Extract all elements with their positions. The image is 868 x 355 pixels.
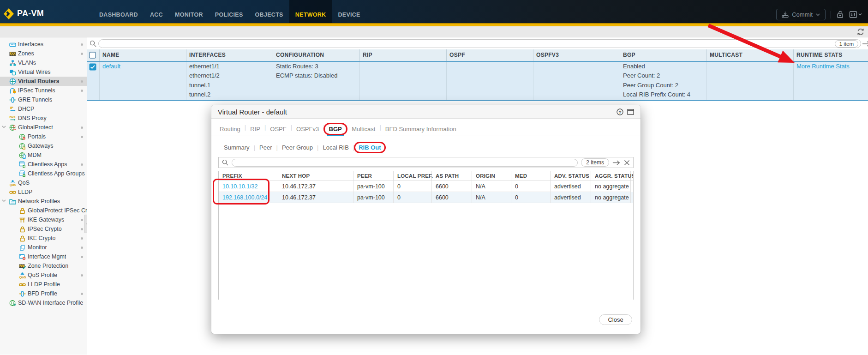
sidebar-item-sd-wan-interface-profile[interactable]: SD-WAN Interface Profile: [0, 298, 87, 307]
gateways-icon: [19, 143, 26, 150]
sidebar-item-gateways[interactable]: Gateways: [0, 141, 87, 150]
dialog-tab-ospf[interactable]: OSPF: [268, 119, 288, 136]
rib-column-header-peer[interactable]: PEER: [353, 171, 394, 181]
sidebar-item-network-profiles[interactable]: Network Profiles: [0, 197, 87, 206]
rib-column-header-adv-status[interactable]: ADV. STATUS: [551, 171, 591, 181]
export-icon: [849, 11, 857, 18]
bgp-subtab-rib-out[interactable]: RIB Out: [357, 144, 383, 151]
nav-tab-network[interactable]: NETWORK: [289, 0, 332, 23]
column-header-multicast[interactable]: MULTICAST: [707, 49, 794, 61]
sidebar-item-bfd-profile[interactable]: BFD Profile: [0, 289, 87, 298]
virtual-router-table-row[interactable]: default ethernet1/1 ethernet1/2 tunnel.1…: [87, 62, 868, 101]
bgp-subtab-summary[interactable]: Summary: [222, 144, 251, 151]
sidebar-item-interfaces[interactable]: Interfaces: [0, 40, 87, 49]
select-all-checkbox[interactable]: [89, 52, 96, 59]
bfd-profile-icon: [19, 290, 26, 297]
column-header-interfaces[interactable]: INTERFACES: [186, 49, 273, 61]
nav-tab-dashboard[interactable]: DASHBOARD: [93, 0, 144, 23]
more-runtime-stats-link[interactable]: More Runtime Stats: [796, 63, 850, 70]
rib-column-header-as-path[interactable]: AS PATH: [432, 171, 472, 181]
sidebar-item-lldp-profile[interactable]: LLDP Profile: [0, 280, 87, 289]
rib-column-header-origin[interactable]: ORIGIN: [472, 171, 511, 181]
rib-cell-prefix[interactable]: 10.10.10.1/32: [219, 181, 278, 192]
sidebar-item-zone-protection[interactable]: Zone Protection: [0, 261, 87, 271]
refresh-icon[interactable]: [857, 28, 864, 36]
column-header-rip[interactable]: RIP: [360, 49, 447, 61]
sidebar-item-dns-proxy[interactable]: DNSDNS Proxy: [0, 114, 87, 123]
nav-tab-monitor[interactable]: MONITOR: [169, 0, 209, 23]
chevron-expanded-icon[interactable]: [2, 126, 6, 128]
svg-text:QoS: QoS: [19, 275, 26, 279]
row-checkbox-checked[interactable]: [89, 63, 96, 71]
sidebar-item-mdm[interactable]: MDM: [0, 150, 87, 160]
nav-tab-acc[interactable]: ACC: [144, 0, 169, 23]
dialog-search-input[interactable]: [232, 159, 578, 167]
bgp-subtab-local-rib[interactable]: Local RIB: [321, 144, 350, 151]
dialog-tab-multicast[interactable]: Multicast: [350, 119, 377, 136]
window-icon[interactable]: [627, 109, 634, 115]
pa-vm-logo: PA-VM: [0, 0, 44, 23]
lldp-icon: [9, 189, 16, 196]
bgp-subtab-peer-group[interactable]: Peer Group: [280, 144, 315, 151]
apply-filter-arrow-icon[interactable]: [862, 41, 868, 47]
vr-name-link[interactable]: default: [102, 63, 120, 70]
nav-tab-device[interactable]: DEVICE: [332, 0, 366, 23]
apply-filter-arrow-icon[interactable]: [612, 160, 621, 166]
rib-cell-adv_status: advertised: [551, 181, 591, 192]
column-header-name[interactable]: NAME: [100, 49, 186, 61]
sidebar-item-qos[interactable]: QoSQoS: [0, 178, 87, 187]
rib-column-header-aggr-status[interactable]: AGGR. STATUS: [591, 171, 631, 181]
sidebar-item-lldp[interactable]: LLDP: [0, 187, 87, 197]
sidebar-item-ipsec-crypto[interactable]: IPSec Crypto: [0, 224, 87, 234]
unlock-icon[interactable]: [836, 11, 844, 18]
close-button[interactable]: Close: [599, 314, 632, 325]
sidebar-item-zones[interactable]: Zones: [0, 49, 87, 58]
column-header-ospf[interactable]: OSPF: [447, 49, 533, 61]
sidebar-item-interface-mgmt[interactable]: Interface Mgmt: [0, 252, 87, 261]
save-export-button[interactable]: [849, 11, 862, 18]
sidebar-item-clientless-app-groups[interactable]: Clientless App Groups: [0, 169, 87, 178]
sidebar-item-globalprotect-ipsec-crypto[interactable]: GlobalProtect IPSec Crypto: [0, 206, 87, 215]
sidebar-item-qos-profile[interactable]: QoSQoS Profile: [0, 271, 87, 280]
nav-tab-policies[interactable]: POLICIES: [209, 0, 249, 23]
rib-column-header-local-pref[interactable]: LOCAL PREF.: [394, 171, 432, 181]
column-header-configuration[interactable]: CONFIGURATION: [273, 49, 360, 61]
help-icon[interactable]: ?: [617, 108, 623, 115]
sidebar-item-globalprotect[interactable]: GlobalProtect: [0, 123, 87, 132]
sidebar-item-ike-gateways[interactable]: IKE Gateways: [0, 215, 87, 224]
clear-filter-icon[interactable]: [624, 160, 630, 166]
rib-column-header-prefix[interactable]: PREFIX: [219, 171, 278, 181]
column-header-runtime-stats[interactable]: RUNTIME STATS: [794, 49, 868, 61]
rib-cell-prefix[interactable]: 192.168.100.0/24: [219, 192, 278, 203]
rib-column-header-med[interactable]: MED: [511, 171, 551, 181]
dialog-tab-bgp[interactable]: BGP: [327, 119, 344, 136]
sidebar-item-portals[interactable]: Portals: [0, 132, 87, 141]
sidebar-item-monitor[interactable]: Monitor: [0, 243, 87, 252]
nav-tab-objects[interactable]: OBJECTS: [249, 0, 289, 23]
sidebar-item-ike-crypto[interactable]: IKE Crypto: [0, 234, 87, 243]
sidebar-item-ipsec-tunnels[interactable]: IPSec Tunnels: [0, 86, 87, 95]
pending-change-dot: [81, 163, 83, 166]
sidebar-item-clientless-apps[interactable]: Clientless Apps: [0, 160, 87, 169]
qos-icon: QoS: [9, 180, 16, 187]
dialog-titlebar: Virtual Router - default ?: [211, 105, 641, 119]
rib-column-header-next-hop[interactable]: NEXT HOP: [278, 171, 353, 181]
search-input[interactable]: 1 item: [98, 39, 861, 48]
column-header-ospfv3[interactable]: OSPFV3: [533, 49, 620, 61]
bgp-subtab-peer[interactable]: Peer: [257, 144, 274, 151]
sidebar-item-virtual-routers[interactable]: Virtual Routers: [0, 77, 87, 86]
sidebar-item-vlans[interactable]: VLANs: [0, 58, 87, 67]
chevron-expanded-icon[interactable]: [2, 199, 6, 202]
rib-cell-aggr_status: no aggregate: [591, 181, 631, 192]
pending-change-dot: [81, 90, 83, 92]
sidebar-item-virtual-wires[interactable]: Virtual Wires: [0, 67, 87, 77]
sidebar-item-gre-tunnels[interactable]: GRE Tunnels: [0, 95, 87, 104]
dialog-tab-routing[interactable]: Routing: [218, 119, 242, 136]
pending-change-dot: [81, 274, 83, 277]
column-header-bgp[interactable]: BGP: [620, 49, 707, 61]
sidebar-item-dhcp[interactable]: IPDHCP: [0, 104, 87, 114]
dialog-tab-ospfv3[interactable]: OSPFv3: [294, 119, 321, 136]
commit-button[interactable]: Commit: [776, 9, 826, 20]
dialog-tab-rip[interactable]: RIP: [248, 119, 262, 136]
dialog-tab-bfd-summary-information[interactable]: BFD Summary Information: [383, 119, 458, 136]
